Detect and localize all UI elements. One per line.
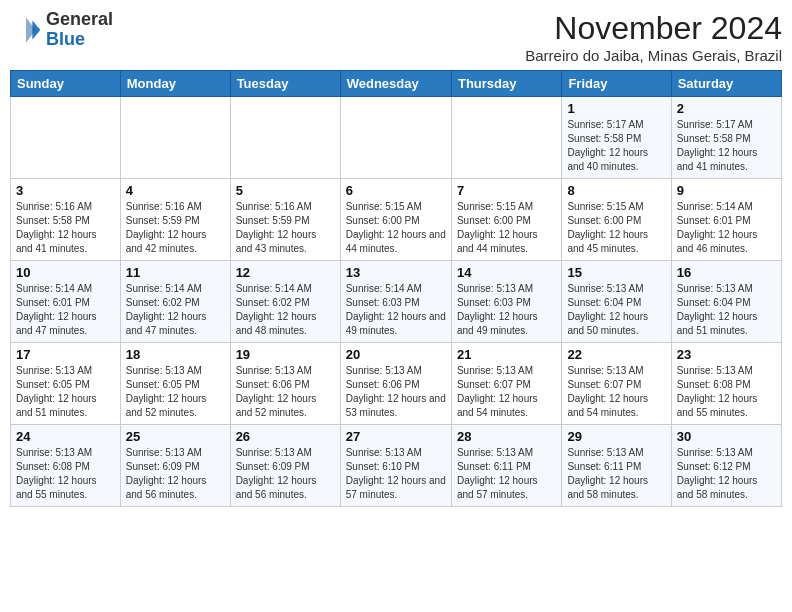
calendar-cell: 28Sunrise: 5:13 AM Sunset: 6:11 PM Dayli…	[451, 425, 561, 507]
calendar-cell: 4Sunrise: 5:16 AM Sunset: 5:59 PM Daylig…	[120, 179, 230, 261]
day-number: 30	[677, 429, 776, 444]
calendar-cell: 1Sunrise: 5:17 AM Sunset: 5:58 PM Daylig…	[562, 97, 671, 179]
week-row-5: 24Sunrise: 5:13 AM Sunset: 6:08 PM Dayli…	[11, 425, 782, 507]
day-info: Sunrise: 5:14 AM Sunset: 6:01 PM Dayligh…	[16, 282, 115, 338]
calendar-cell: 13Sunrise: 5:14 AM Sunset: 6:03 PM Dayli…	[340, 261, 451, 343]
day-number: 13	[346, 265, 446, 280]
day-number: 9	[677, 183, 776, 198]
day-info: Sunrise: 5:13 AM Sunset: 6:06 PM Dayligh…	[346, 364, 446, 420]
day-info: Sunrise: 5:17 AM Sunset: 5:58 PM Dayligh…	[567, 118, 665, 174]
dow-header-friday: Friday	[562, 71, 671, 97]
day-number: 25	[126, 429, 225, 444]
calendar-cell: 11Sunrise: 5:14 AM Sunset: 6:02 PM Dayli…	[120, 261, 230, 343]
day-info: Sunrise: 5:14 AM Sunset: 6:03 PM Dayligh…	[346, 282, 446, 338]
calendar-cell: 21Sunrise: 5:13 AM Sunset: 6:07 PM Dayli…	[451, 343, 561, 425]
location: Barreiro do Jaiba, Minas Gerais, Brazil	[525, 47, 782, 64]
day-info: Sunrise: 5:13 AM Sunset: 6:09 PM Dayligh…	[236, 446, 335, 502]
day-info: Sunrise: 5:13 AM Sunset: 6:07 PM Dayligh…	[457, 364, 556, 420]
day-info: Sunrise: 5:13 AM Sunset: 6:10 PM Dayligh…	[346, 446, 446, 502]
dow-header-tuesday: Tuesday	[230, 71, 340, 97]
day-info: Sunrise: 5:13 AM Sunset: 6:08 PM Dayligh…	[677, 364, 776, 420]
calendar-body: 1Sunrise: 5:17 AM Sunset: 5:58 PM Daylig…	[11, 97, 782, 507]
calendar-cell: 27Sunrise: 5:13 AM Sunset: 6:10 PM Dayli…	[340, 425, 451, 507]
calendar-cell: 23Sunrise: 5:13 AM Sunset: 6:08 PM Dayli…	[671, 343, 781, 425]
day-info: Sunrise: 5:16 AM Sunset: 5:59 PM Dayligh…	[236, 200, 335, 256]
day-number: 8	[567, 183, 665, 198]
day-info: Sunrise: 5:13 AM Sunset: 6:05 PM Dayligh…	[126, 364, 225, 420]
calendar-cell: 18Sunrise: 5:13 AM Sunset: 6:05 PM Dayli…	[120, 343, 230, 425]
day-number: 5	[236, 183, 335, 198]
day-info: Sunrise: 5:13 AM Sunset: 6:07 PM Dayligh…	[567, 364, 665, 420]
calendar-cell: 16Sunrise: 5:13 AM Sunset: 6:04 PM Dayli…	[671, 261, 781, 343]
calendar-cell	[230, 97, 340, 179]
month-year: November 2024	[525, 10, 782, 47]
day-number: 15	[567, 265, 665, 280]
day-info: Sunrise: 5:16 AM Sunset: 5:58 PM Dayligh…	[16, 200, 115, 256]
calendar-cell: 25Sunrise: 5:13 AM Sunset: 6:09 PM Dayli…	[120, 425, 230, 507]
logo-text: General Blue	[46, 10, 113, 50]
calendar-cell: 24Sunrise: 5:13 AM Sunset: 6:08 PM Dayli…	[11, 425, 121, 507]
page-header: General Blue November 2024 Barreiro do J…	[10, 10, 782, 64]
logo: General Blue	[10, 10, 113, 50]
calendar-cell: 26Sunrise: 5:13 AM Sunset: 6:09 PM Dayli…	[230, 425, 340, 507]
dow-header-monday: Monday	[120, 71, 230, 97]
day-info: Sunrise: 5:14 AM Sunset: 6:01 PM Dayligh…	[677, 200, 776, 256]
day-number: 21	[457, 347, 556, 362]
calendar-cell: 6Sunrise: 5:15 AM Sunset: 6:00 PM Daylig…	[340, 179, 451, 261]
day-info: Sunrise: 5:16 AM Sunset: 5:59 PM Dayligh…	[126, 200, 225, 256]
day-number: 17	[16, 347, 115, 362]
calendar-cell: 10Sunrise: 5:14 AM Sunset: 6:01 PM Dayli…	[11, 261, 121, 343]
title-block: November 2024 Barreiro do Jaiba, Minas G…	[525, 10, 782, 64]
day-number: 4	[126, 183, 225, 198]
calendar-cell: 22Sunrise: 5:13 AM Sunset: 6:07 PM Dayli…	[562, 343, 671, 425]
day-number: 6	[346, 183, 446, 198]
day-number: 24	[16, 429, 115, 444]
day-number: 7	[457, 183, 556, 198]
day-info: Sunrise: 5:13 AM Sunset: 6:12 PM Dayligh…	[677, 446, 776, 502]
logo-icon	[10, 14, 42, 46]
day-number: 12	[236, 265, 335, 280]
day-number: 29	[567, 429, 665, 444]
day-info: Sunrise: 5:13 AM Sunset: 6:09 PM Dayligh…	[126, 446, 225, 502]
day-number: 10	[16, 265, 115, 280]
day-info: Sunrise: 5:17 AM Sunset: 5:58 PM Dayligh…	[677, 118, 776, 174]
day-number: 18	[126, 347, 225, 362]
day-number: 20	[346, 347, 446, 362]
calendar-cell	[11, 97, 121, 179]
day-number: 2	[677, 101, 776, 116]
day-number: 22	[567, 347, 665, 362]
day-number: 1	[567, 101, 665, 116]
calendar-cell: 5Sunrise: 5:16 AM Sunset: 5:59 PM Daylig…	[230, 179, 340, 261]
day-number: 11	[126, 265, 225, 280]
day-number: 14	[457, 265, 556, 280]
day-info: Sunrise: 5:13 AM Sunset: 6:04 PM Dayligh…	[677, 282, 776, 338]
week-row-2: 3Sunrise: 5:16 AM Sunset: 5:58 PM Daylig…	[11, 179, 782, 261]
calendar-cell	[451, 97, 561, 179]
calendar-cell: 2Sunrise: 5:17 AM Sunset: 5:58 PM Daylig…	[671, 97, 781, 179]
dow-header-sunday: Sunday	[11, 71, 121, 97]
calendar-cell	[340, 97, 451, 179]
day-number: 27	[346, 429, 446, 444]
calendar-table: SundayMondayTuesdayWednesdayThursdayFrid…	[10, 70, 782, 507]
calendar-cell: 14Sunrise: 5:13 AM Sunset: 6:03 PM Dayli…	[451, 261, 561, 343]
calendar-cell: 19Sunrise: 5:13 AM Sunset: 6:06 PM Dayli…	[230, 343, 340, 425]
dow-header-saturday: Saturday	[671, 71, 781, 97]
day-number: 3	[16, 183, 115, 198]
calendar-cell: 12Sunrise: 5:14 AM Sunset: 6:02 PM Dayli…	[230, 261, 340, 343]
day-info: Sunrise: 5:13 AM Sunset: 6:11 PM Dayligh…	[567, 446, 665, 502]
day-info: Sunrise: 5:13 AM Sunset: 6:06 PM Dayligh…	[236, 364, 335, 420]
day-number: 19	[236, 347, 335, 362]
calendar-cell: 29Sunrise: 5:13 AM Sunset: 6:11 PM Dayli…	[562, 425, 671, 507]
calendar-cell: 30Sunrise: 5:13 AM Sunset: 6:12 PM Dayli…	[671, 425, 781, 507]
day-info: Sunrise: 5:14 AM Sunset: 6:02 PM Dayligh…	[236, 282, 335, 338]
day-number: 26	[236, 429, 335, 444]
day-info: Sunrise: 5:15 AM Sunset: 6:00 PM Dayligh…	[346, 200, 446, 256]
dow-header-thursday: Thursday	[451, 71, 561, 97]
calendar-cell: 15Sunrise: 5:13 AM Sunset: 6:04 PM Dayli…	[562, 261, 671, 343]
dow-header-wednesday: Wednesday	[340, 71, 451, 97]
day-info: Sunrise: 5:13 AM Sunset: 6:08 PM Dayligh…	[16, 446, 115, 502]
svg-marker-1	[26, 17, 36, 43]
calendar-cell	[120, 97, 230, 179]
week-row-3: 10Sunrise: 5:14 AM Sunset: 6:01 PM Dayli…	[11, 261, 782, 343]
day-number: 28	[457, 429, 556, 444]
